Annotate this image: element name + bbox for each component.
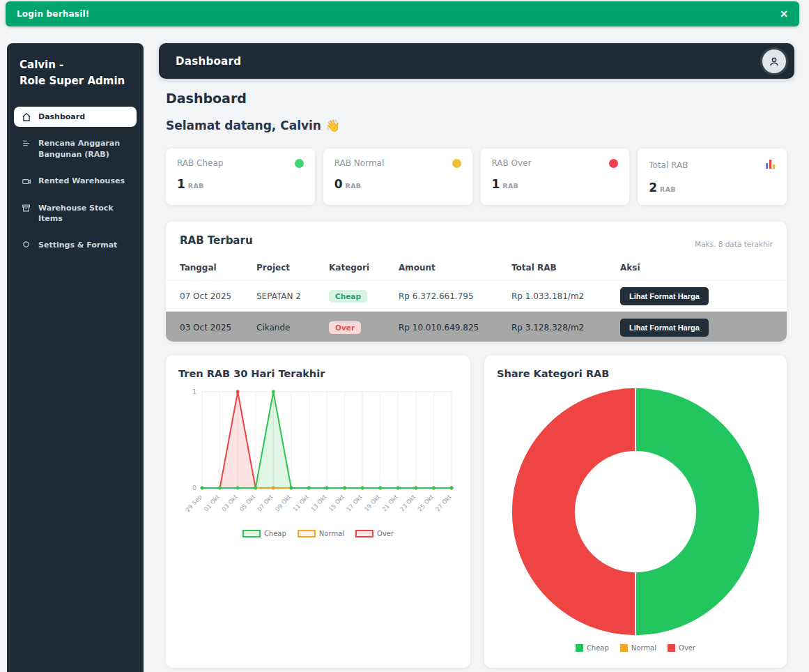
svg-text:0: 0	[192, 484, 197, 491]
stat-card-rab-over: RAB Over 1 RAB	[481, 148, 630, 205]
stat-unit: RAB	[188, 182, 204, 190]
project-cell: SEPATAN 2	[251, 281, 323, 312]
legend-item[interactable]: Over	[355, 530, 394, 537]
legend-swatch	[355, 530, 373, 537]
sidebar-item-label: Rented Warehouses	[38, 176, 125, 186]
legend-swatch	[620, 644, 628, 652]
svg-text:01 Okt: 01 Okt	[203, 493, 222, 512]
donut-chart-legend: CheapNormalOver	[497, 644, 774, 652]
gear-icon	[21, 240, 31, 248]
stat-label: RAB Normal	[334, 158, 385, 168]
donut-chart	[497, 382, 774, 641]
svg-text:09 Okt: 09 Okt	[274, 493, 293, 512]
legend-swatch	[242, 530, 261, 537]
svg-text:17 Okt: 17 Okt	[345, 493, 364, 512]
legend-item[interactable]: Normal	[298, 530, 344, 537]
toast-message: Login berhasil!	[17, 9, 89, 19]
svg-text:19 Okt: 19 Okt	[363, 493, 382, 512]
legend-item[interactable]: Cheap	[242, 530, 286, 537]
sidebar-item-label: Warehouse Stock Items	[38, 203, 130, 224]
sidebar-user-title: Calvin - Role Super Admin	[14, 57, 137, 89]
lihat-format-harga-button[interactable]: Lihat Format Harga	[620, 319, 709, 337]
red-dot	[609, 159, 618, 168]
legend-label: Normal	[319, 530, 344, 537]
status-badge: Cheap	[329, 290, 367, 303]
status-badge: Over	[329, 321, 361, 334]
warehouse-icon	[21, 176, 31, 186]
svg-text:27 Okt: 27 Okt	[434, 493, 453, 512]
tanggal-cell: 07 Oct 2025	[166, 281, 251, 312]
sidebar-item-label: Rencana Anggaran Bangunan (RAB)	[38, 138, 130, 160]
svg-text:25 Okt: 25 Okt	[416, 493, 435, 512]
trend-chart: 0129 Sep01 Okt03 Okt05 Okt07 Okt09 Okt11…	[178, 385, 458, 527]
svg-text:05 Okt: 05 Okt	[238, 493, 257, 512]
page-title: Dashboard	[166, 91, 247, 106]
stat-value: 1	[177, 177, 185, 191]
table-row[interactable]: 03 Oct 2025CikandeOverRp 10.010.649.825R…	[166, 312, 787, 342]
line-chart-svg: 0129 Sep01 Okt03 Okt05 Okt07 Okt09 Okt11…	[178, 385, 457, 524]
donut-chart-svg	[506, 382, 765, 641]
legend-item[interactable]: Cheap	[576, 644, 609, 652]
bar-chart-icon	[766, 158, 776, 171]
welcome-message: Selamat datang, Calvin 👋	[166, 119, 340, 132]
stat-unit: RAB	[660, 185, 676, 193]
sidebar-item-settings[interactable]: Settings & Format	[14, 235, 137, 255]
sidebar-item-dashboard[interactable]: Dashboard	[14, 107, 137, 127]
legend-item[interactable]: Over	[668, 644, 695, 652]
line-chart-legend: CheapNormalOver	[178, 530, 458, 537]
dashboard-page: Login berhasil! ✕ Calvin - Role Super Ad…	[0, 0, 809, 672]
svg-text:03 Okt: 03 Okt	[220, 493, 239, 512]
column-header: Tanggal	[166, 255, 251, 281]
svg-text:23 Okt: 23 Okt	[399, 493, 417, 512]
tanggal-cell: 03 Oct 2025	[166, 312, 251, 342]
rab-terbaru-note: Maks. 8 data terakhir	[695, 240, 773, 248]
legend-label: Over	[679, 644, 695, 652]
legend-swatch	[668, 644, 675, 652]
rab-terbaru-title: RAB Terbaru	[180, 234, 253, 247]
legend-label: Over	[377, 530, 394, 537]
stat-value: 0	[334, 177, 343, 191]
legend-swatch	[576, 644, 583, 652]
rab-table: TanggalProjectKategoriAmountTotal RABAks…	[166, 255, 787, 342]
sidebar-item-rented-warehouses[interactable]: Rented Warehouses	[14, 171, 137, 191]
column-header: Kategori	[323, 255, 393, 281]
stat-value: 2	[649, 181, 657, 194]
column-header: Project	[251, 255, 323, 281]
user-avatar[interactable]	[762, 49, 786, 73]
sidebar-item-label: Settings & Format	[38, 240, 117, 250]
svg-text:07 Okt: 07 Okt	[256, 493, 275, 512]
stat-label: Total RAB	[649, 160, 688, 170]
table-row[interactable]: 07 Oct 2025SEPATAN 2CheapRp 6.372.661.79…	[166, 281, 787, 312]
svg-text:1: 1	[192, 388, 197, 395]
home-icon	[21, 112, 31, 122]
rab-terbaru-card: RAB Terbaru Maks. 8 data terakhir Tangga…	[166, 222, 787, 342]
lihat-format-harga-button[interactable]: Lihat Format Harga	[620, 287, 709, 305]
aksi-cell: Lihat Format Harga	[615, 312, 787, 342]
list-icon	[21, 139, 31, 148]
svg-text:11 Okt: 11 Okt	[291, 493, 310, 512]
stat-cards: RAB Cheap 1 RAB RAB Normal 0 RAB RAB Ove…	[166, 148, 787, 205]
sidebar-item-warehouse-stock[interactable]: Warehouse Stock Items	[14, 198, 137, 229]
share-chart-title: Share Kategori RAB	[497, 368, 774, 379]
column-header: Total RAB	[506, 255, 615, 281]
column-header: Aksi	[615, 255, 787, 281]
legend-label: Cheap	[587, 644, 609, 652]
kategori-cell: Cheap	[323, 281, 393, 312]
toast-success: Login berhasil! ✕	[6, 1, 799, 26]
sidebar-item-rab[interactable]: Rencana Anggaran Bangunan (RAB)	[14, 133, 137, 165]
kategori-cell: Over	[323, 312, 393, 342]
svg-text:21 Okt: 21 Okt	[380, 493, 399, 512]
sidebar-user-name: Calvin -	[20, 57, 131, 73]
total-rab-cell: Rp 1.033.181/m2	[506, 281, 615, 312]
trend-chart-card: Tren RAB 30 Hari Terakhir 0129 Sep01 Okt…	[166, 356, 470, 668]
close-icon[interactable]: ✕	[780, 9, 788, 19]
total-rab-cell: Rp 3.128.328/m2	[506, 312, 615, 342]
stat-label: RAB Cheap	[177, 158, 223, 168]
share-chart-card: Share Kategori RAB CheapNormalOver	[484, 356, 787, 668]
green-dot	[295, 159, 304, 168]
svg-text:13 Okt: 13 Okt	[309, 493, 328, 512]
stat-unit: RAB	[346, 182, 362, 190]
aksi-cell: Lihat Format Harga	[615, 281, 787, 312]
sidebar-nav: Dashboard Rencana Anggaran Bangunan (RAB…	[14, 107, 137, 256]
legend-item[interactable]: Normal	[620, 644, 656, 652]
